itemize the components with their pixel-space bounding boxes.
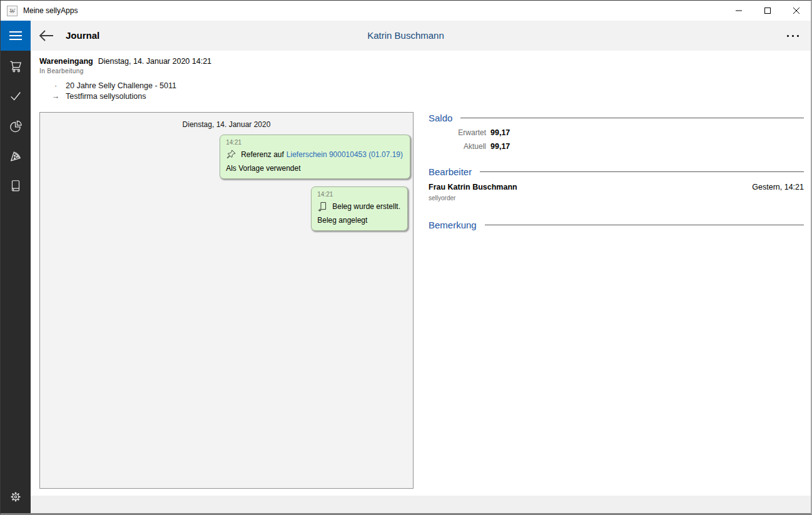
document-header: WareneingangDienstag, 14. Januar 2020 14… <box>39 57 415 101</box>
entry-text: Referenz auf <box>241 150 284 159</box>
document-add-icon <box>317 201 328 212</box>
app-logo-icon: W <box>7 6 18 16</box>
entry-timestamp: 14:21 <box>226 139 403 146</box>
status-badge: In Bearbeitung <box>39 68 415 74</box>
entry-subtext: Beleg angelegt <box>317 216 400 225</box>
heading-rule <box>460 118 804 118</box>
window-title: Meine sellyApps <box>23 6 78 15</box>
bearbeiter-subtitle: sellyorder <box>429 195 804 201</box>
saldo-row-aktuell: Aktuell 99,17 <box>429 142 804 151</box>
detail-panel: Saldo Erwartet 99,17 Aktuell 99,17 Bearb… <box>429 113 804 230</box>
gear-icon <box>9 490 23 504</box>
entry-subtext: Als Vorlage verwendet <box>226 164 403 173</box>
titlebar: W Meine sellyApps <box>1 1 811 21</box>
close-button[interactable] <box>782 1 811 21</box>
list-item-text: Testfirma sellysolutions <box>66 91 146 101</box>
pie-chart-icon <box>9 119 23 133</box>
bearbeiter-name: Frau Katrin Buschmann <box>429 183 517 191</box>
more-dots-icon <box>787 35 789 37</box>
maximize-button[interactable] <box>753 1 782 21</box>
checkmark-icon <box>9 89 23 103</box>
document-type: Wareneingang <box>39 57 93 66</box>
entry-main-line: Referenz auf Lieferschein 900010453 (01.… <box>226 149 403 160</box>
minimize-icon <box>736 8 742 14</box>
bearbeiter-heading: Bearbeiter <box>429 166 472 177</box>
document-link[interactable]: Lieferschein 900010453 (01.07.19) <box>287 150 403 159</box>
arrow-marker: → <box>51 91 61 101</box>
book-icon <box>9 179 23 193</box>
saldo-heading: Saldo <box>429 113 452 123</box>
shopping-cart-icon <box>9 59 23 73</box>
journal-entry-card[interactable]: 14:21 Referenz auf Lieferschein 90001045… <box>220 135 410 179</box>
saldo-value: 99,17 <box>490 128 510 137</box>
section-header: Bemerkung <box>429 220 804 230</box>
sidebar-item-cart[interactable] <box>1 51 31 81</box>
window-controls <box>724 1 811 21</box>
bemerkung-heading: Bemerkung <box>429 220 477 230</box>
app-window: W Meine sellyApps Journal Katrin Buschma… <box>0 0 812 515</box>
list-item-text: 20 Jahre Selly Challenge - 5011 <box>66 81 176 91</box>
bearbeiter-timestamp: Gestern, 14:21 <box>752 183 804 191</box>
section-header: Saldo <box>429 113 804 123</box>
heading-rule <box>485 225 804 225</box>
pizza-slice-icon <box>9 149 23 163</box>
sidebar-item-settings[interactable] <box>1 482 31 512</box>
saldo-section: Saldo Erwartet 99,17 Aktuell 99,17 <box>429 113 804 151</box>
timeline-date-header: Dienstag, 14. Januar 2020 <box>183 120 271 129</box>
journal-entry-card[interactable]: 14:21 Beleg wurde erstellt. Beleg angele… <box>311 186 408 231</box>
bottom-bar <box>31 496 811 513</box>
saldo-row-erwartet: Erwartet 99,17 <box>429 128 804 137</box>
document-reference-list: · 20 Jahre Selly Challenge - 5011 → Test… <box>39 81 415 101</box>
bearbeiter-row: Frau Katrin Buschmann Gestern, 14:21 <box>429 183 804 191</box>
saldo-label: Aktuell <box>429 142 486 151</box>
pushpin-icon <box>226 149 236 160</box>
list-item: → Testfirma sellysolutions <box>39 91 415 101</box>
contact-name[interactable]: Katrin Buschmann <box>1 21 811 51</box>
maximize-icon <box>764 8 771 14</box>
sidebar <box>1 51 31 513</box>
close-icon <box>793 8 799 14</box>
journal-timeline-panel: Dienstag, 14. Januar 2020 14:21 Referenz… <box>39 112 414 489</box>
heading-rule <box>480 171 804 172</box>
document-datetime: Dienstag, 14. Januar 2020 14:21 <box>98 57 211 66</box>
list-item: · 20 Jahre Selly Challenge - 5011 <box>39 81 415 91</box>
bemerkung-section: Bemerkung <box>429 220 804 230</box>
sidebar-item-statistics[interactable] <box>1 111 31 141</box>
saldo-label: Erwartet <box>429 128 486 137</box>
saldo-value: 99,17 <box>490 142 510 151</box>
sidebar-item-pizza[interactable] <box>1 141 31 171</box>
entry-text: Beleg wurde erstellt. <box>332 202 400 211</box>
sidebar-item-journal[interactable] <box>1 171 31 201</box>
section-header: Bearbeiter <box>429 166 804 177</box>
app-header: Journal Katrin Buschmann <box>1 21 811 51</box>
bearbeiter-section: Bearbeiter Frau Katrin Buschmann Gestern… <box>429 166 804 201</box>
more-options-button[interactable] <box>782 29 803 42</box>
document-title-line: WareneingangDienstag, 14. Januar 2020 14… <box>39 57 415 66</box>
minimize-button[interactable] <box>724 1 753 21</box>
entry-timestamp: 14:21 <box>317 191 400 198</box>
entry-main-line: Beleg wurde erstellt. <box>317 201 400 212</box>
sidebar-item-tasks[interactable] <box>1 81 31 111</box>
bullet-marker: · <box>51 81 61 91</box>
